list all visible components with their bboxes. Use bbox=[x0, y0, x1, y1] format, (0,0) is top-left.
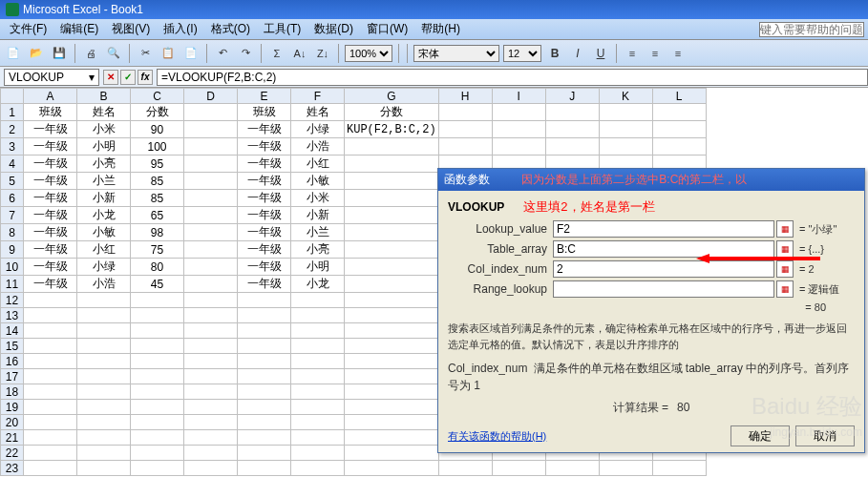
cell-D4[interactable] bbox=[184, 156, 238, 173]
menu-view[interactable]: 视图(V) bbox=[106, 19, 156, 39]
cell-B6[interactable]: 小新 bbox=[77, 190, 131, 207]
cell-D17[interactable] bbox=[184, 369, 238, 384]
help-search-input[interactable] bbox=[759, 22, 864, 37]
cell-G3[interactable] bbox=[345, 138, 439, 156]
row-header-23[interactable]: 23 bbox=[1, 461, 24, 476]
cell-D9[interactable] bbox=[184, 241, 238, 259]
row-header-1[interactable]: 1 bbox=[1, 104, 24, 121]
cell-G22[interactable] bbox=[345, 446, 439, 461]
font-name-select[interactable]: 宋体 bbox=[413, 45, 499, 62]
cell-D5[interactable] bbox=[184, 173, 238, 190]
cell-F2[interactable]: 小绿 bbox=[291, 121, 345, 138]
cell-C3[interactable]: 100 bbox=[131, 138, 184, 156]
cell-C21[interactable] bbox=[131, 430, 184, 446]
cell-C6[interactable]: 85 bbox=[131, 190, 184, 207]
cell-C7[interactable]: 65 bbox=[131, 207, 184, 224]
cell-B7[interactable]: 小龙 bbox=[77, 207, 131, 224]
cell-F6[interactable]: 小米 bbox=[291, 190, 345, 207]
cell-E19[interactable] bbox=[238, 400, 291, 415]
cell-H3[interactable] bbox=[438, 138, 492, 156]
row-header-9[interactable]: 9 bbox=[1, 241, 24, 259]
cell-D6[interactable] bbox=[184, 190, 238, 207]
cell-A7[interactable]: 一年级 bbox=[24, 207, 77, 224]
print-icon[interactable]: 🖨 bbox=[81, 44, 100, 63]
cell-F23[interactable] bbox=[291, 461, 345, 476]
cell-B17[interactable] bbox=[77, 369, 131, 384]
cell-D1[interactable] bbox=[184, 104, 238, 121]
cell-L23[interactable] bbox=[652, 461, 706, 476]
open-icon[interactable]: 📂 bbox=[27, 44, 46, 63]
cell-E5[interactable]: 一年级 bbox=[238, 173, 291, 190]
cell-E12[interactable] bbox=[238, 293, 291, 308]
cell-I23[interactable] bbox=[492, 461, 545, 476]
cell-F16[interactable] bbox=[291, 354, 345, 369]
collapse-icon[interactable]: ▦ bbox=[776, 240, 794, 258]
row-header-21[interactable]: 21 bbox=[1, 430, 24, 446]
row-header-11[interactable]: 11 bbox=[1, 276, 24, 293]
menu-insert[interactable]: 插入(I) bbox=[158, 19, 202, 39]
cell-B3[interactable]: 小明 bbox=[77, 138, 131, 156]
arg-table-array-input[interactable] bbox=[553, 240, 774, 258]
column-header-B[interactable]: B bbox=[77, 89, 131, 104]
cell-G23[interactable] bbox=[345, 461, 439, 476]
cell-E13[interactable] bbox=[238, 308, 291, 323]
cell-C12[interactable] bbox=[131, 293, 184, 308]
cell-C18[interactable] bbox=[131, 384, 184, 400]
cell-B2[interactable]: 小米 bbox=[77, 121, 131, 138]
cell-I1[interactable] bbox=[492, 104, 545, 121]
row-header-10[interactable]: 10 bbox=[1, 259, 24, 276]
cell-A15[interactable] bbox=[24, 339, 77, 354]
row-header-2[interactable]: 2 bbox=[1, 121, 24, 138]
cell-F22[interactable] bbox=[291, 446, 345, 461]
cell-C19[interactable] bbox=[131, 400, 184, 415]
sum-icon[interactable]: Σ bbox=[267, 44, 286, 63]
dialog-title[interactable]: 函数参数 因为分数是上面第二步选中B:C的第二栏，以 bbox=[438, 169, 864, 191]
cell-A16[interactable] bbox=[24, 354, 77, 369]
function-help-link[interactable]: 有关该函数的帮助(H) bbox=[448, 429, 546, 444]
cell-G11[interactable] bbox=[345, 276, 439, 293]
cell-F9[interactable]: 小亮 bbox=[291, 241, 345, 259]
cell-C5[interactable]: 85 bbox=[131, 173, 184, 190]
cell-D14[interactable] bbox=[184, 323, 238, 339]
cell-L3[interactable] bbox=[652, 138, 706, 156]
cell-B1[interactable]: 姓名 bbox=[77, 104, 131, 121]
cell-G8[interactable] bbox=[345, 224, 439, 241]
cell-F8[interactable]: 小兰 bbox=[291, 224, 345, 241]
cell-J2[interactable] bbox=[545, 121, 599, 138]
cell-F11[interactable]: 小龙 bbox=[291, 276, 345, 293]
menu-edit[interactable]: 编辑(E) bbox=[54, 19, 104, 39]
cell-E20[interactable] bbox=[238, 415, 291, 430]
cell-B9[interactable]: 小红 bbox=[77, 241, 131, 259]
cell-B5[interactable]: 小兰 bbox=[77, 173, 131, 190]
cell-E18[interactable] bbox=[238, 384, 291, 400]
cell-E17[interactable] bbox=[238, 369, 291, 384]
cell-H23[interactable] bbox=[438, 461, 492, 476]
italic-icon[interactable]: I bbox=[568, 44, 587, 63]
menu-file[interactable]: 文件(F) bbox=[4, 19, 53, 39]
sort-asc-icon[interactable]: A↓ bbox=[290, 44, 309, 63]
cell-C23[interactable] bbox=[131, 461, 184, 476]
cell-K1[interactable] bbox=[599, 104, 652, 121]
cell-A10[interactable]: 一年级 bbox=[24, 259, 77, 276]
collapse-icon[interactable]: ▦ bbox=[776, 280, 794, 298]
redo-icon[interactable]: ↷ bbox=[236, 44, 255, 63]
cell-D11[interactable] bbox=[184, 276, 238, 293]
cell-C4[interactable]: 95 bbox=[131, 156, 184, 173]
cell-E4[interactable]: 一年级 bbox=[238, 156, 291, 173]
cell-A9[interactable]: 一年级 bbox=[24, 241, 77, 259]
cell-B19[interactable] bbox=[77, 400, 131, 415]
cell-F3[interactable]: 小浩 bbox=[291, 138, 345, 156]
paste-icon[interactable]: 📄 bbox=[181, 44, 201, 63]
cell-C17[interactable] bbox=[131, 369, 184, 384]
cell-G13[interactable] bbox=[345, 308, 439, 323]
undo-icon[interactable]: ↶ bbox=[213, 44, 232, 63]
cell-B4[interactable]: 小亮 bbox=[77, 156, 131, 173]
cell-G15[interactable] bbox=[345, 339, 439, 354]
cell-C2[interactable]: 90 bbox=[131, 121, 184, 138]
cell-D2[interactable] bbox=[184, 121, 238, 138]
cell-B21[interactable] bbox=[77, 430, 131, 446]
cell-K23[interactable] bbox=[599, 461, 652, 476]
cell-A8[interactable]: 一年级 bbox=[24, 224, 77, 241]
row-header-8[interactable]: 8 bbox=[1, 224, 24, 241]
cell-F20[interactable] bbox=[291, 415, 345, 430]
